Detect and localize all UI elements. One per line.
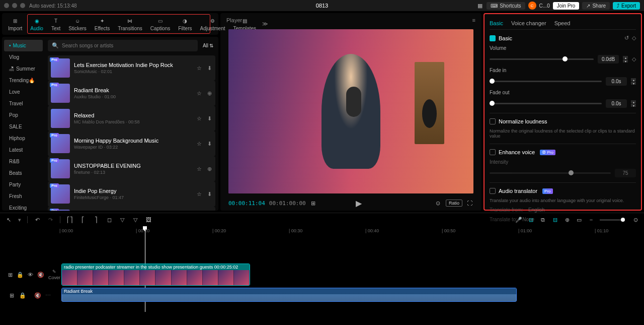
download-icon[interactable]: ⬇ [206,115,212,121]
add-icon[interactable]: ⊕ [206,166,212,172]
track-settings-icon[interactable]: ⊞ [8,271,13,278]
chevron-right-icon[interactable]: ≫ [260,19,270,29]
marker2-icon[interactable]: ▽ [132,216,139,223]
translator-checkbox[interactable] [490,188,496,194]
favorite-icon[interactable]: ☆ [196,90,202,96]
trim-left-icon[interactable]: ⎡ [79,216,87,223]
shortcuts-button[interactable]: ⌨Shortcuts [487,2,525,10]
fadeout-stepper[interactable]: ▴▾ [631,100,636,107]
category-item[interactable]: Hiphop [4,133,43,144]
cursor-icon[interactable]: ↖ [5,216,12,223]
track-item[interactable]: Pro Morning Happy Background Music Wavep… [48,131,215,156]
keyframe-icon[interactable]: ◇ [632,56,636,62]
track-item[interactable]: Pro Happy Flow State senshomoods · 01:38… [48,207,215,211]
fadein-value[interactable]: 0.0s [606,77,627,86]
category-item[interactable]: •Music [4,40,43,51]
keyframe-icon[interactable]: ◇ [632,35,636,41]
fadein-slider[interactable] [490,81,602,82]
category-item[interactable]: Pop [4,109,43,121]
category-item[interactable]: Travel [4,98,43,109]
image-icon[interactable]: 🖼 [145,216,152,223]
tab-effects[interactable]: ✦Effects [91,15,114,33]
volume-stepper[interactable]: ▴▾ [623,56,628,62]
tab-filters[interactable]: ◑Filters [174,15,196,33]
tab-basic[interactable]: Basic [490,19,503,27]
volume-slider[interactable] [490,58,594,60]
marker-icon[interactable]: ▽ [119,216,126,223]
track-settings-icon[interactable]: ⊞ [8,292,15,299]
enhance-checkbox[interactable] [490,149,496,155]
fadein-stepper[interactable]: ▴▾ [631,78,636,85]
translate-from-select[interactable]: English [528,207,545,213]
category-item[interactable]: SALE [4,121,43,133]
track-item[interactable]: Pro Radiant Break Auxku Studio · 01:00 ☆… [48,81,215,106]
track-item[interactable]: Pro UNSTOPPABLE EVENING finetune · 02:13… [48,156,215,181]
cover-button[interactable]: ✎Cover [48,269,60,280]
tab-voice-changer[interactable]: Voice changer [511,19,546,27]
video-preview[interactable] [228,29,473,193]
layout-icon[interactable]: ▦ [476,2,484,9]
track-lock-icon[interactable]: 🔒 [19,292,26,299]
normalize-checkbox[interactable] [490,118,496,124]
video-clip[interactable]: radio presenter podcaster streamer in th… [61,264,250,286]
join-pro-button[interactable]: Join Pro [553,2,580,10]
tab-text[interactable]: TText [47,15,64,33]
track-lock-icon[interactable]: 🔒 [17,271,24,278]
export-button[interactable]: ⤴Export [613,2,640,10]
trim-right-icon[interactable]: ⎤ [93,216,100,223]
tab-audio[interactable]: ◉Audio [26,15,47,33]
play-button[interactable]: ▶ [355,200,362,207]
track-item[interactable]: Relaxed MC Mablo Dos Paredões · 00:58 ☆ … [48,106,215,131]
favorite-icon[interactable]: ☆ [196,141,202,147]
track-mute-icon[interactable]: 🔇 [34,292,41,299]
translate-to-select[interactable]: None [522,217,534,222]
search-input[interactable]: 🔍 [48,40,198,51]
category-item[interactable]: 🏖Summer [4,63,43,75]
track-mute-icon[interactable]: 🔇 [37,271,44,278]
favorite-icon[interactable]: ☆ [196,65,202,71]
track-eye-icon[interactable]: 👁 [28,271,33,278]
category-item[interactable]: Beats [4,167,43,179]
track-item[interactable]: Pro Indie Pop Energy FiniteMusicForge · … [48,181,215,207]
favorite-icon[interactable]: ☆ [196,166,202,172]
filter-all-button[interactable]: All⇅ [201,41,215,50]
redo-icon[interactable]: ↷ [47,216,54,223]
category-item[interactable]: R&B [4,156,43,167]
tab-captions[interactable]: ▭Captions [146,15,174,33]
download-icon[interactable]: ⬇ [206,191,212,197]
reset-icon[interactable]: ↺ [624,35,629,41]
timeline[interactable]: | 00:00| 00:10| 00:20| 00:30| 00:40| 00:… [0,226,644,308]
fullscreen-icon[interactable]: ⛶ [466,200,473,207]
zoom-slider[interactable] [600,219,625,221]
category-item[interactable]: Fresh [4,190,43,202]
category-item[interactable]: Latest [4,144,43,156]
track-item[interactable]: Pro Lets Exercise Motivation Indie Pop R… [48,55,215,81]
favorite-icon[interactable]: ☆ [196,191,202,197]
crop-icon[interactable]: ◻ [106,216,113,223]
window-controls[interactable] [4,3,25,8]
category-item[interactable]: Love [4,86,43,98]
audio-clip[interactable]: Radiant Break [61,288,517,302]
favorite-icon[interactable]: ☆ [196,115,202,121]
download-icon[interactable]: ⬇ [206,65,212,71]
split-icon[interactable]: ⎡⎤ [66,216,73,223]
category-item[interactable]: Vlog [4,51,43,63]
tab-speed[interactable]: Speed [554,19,571,27]
add-icon[interactable]: ⊕ [206,90,212,96]
share-button[interactable]: ↗Share [582,2,610,10]
undo-icon[interactable]: ↶ [34,216,41,223]
fadeout-value[interactable]: 0.0s [606,99,627,108]
tab-stickers[interactable]: ☺Stickers [64,15,91,33]
category-item[interactable]: Party [4,179,43,190]
fadeout-slider[interactable] [490,103,602,104]
focus-icon[interactable]: ⊙ [435,200,442,207]
timeline-ruler[interactable]: | 00:00| 00:10| 00:20| 00:30| 00:40| 00:… [59,226,639,236]
category-item[interactable]: Exciting [4,202,43,211]
avatar[interactable]: C [528,2,536,10]
tab-transitions[interactable]: ⋈Transitions [114,15,146,33]
ratio-button[interactable]: Ratio [446,200,462,207]
volume-value[interactable]: 0.0dB [598,55,619,63]
category-item[interactable]: Trending🔥 [4,75,43,86]
tab-adjustment[interactable]: ⚙Adjustment [196,15,229,33]
basic-checkbox[interactable] [490,35,496,41]
